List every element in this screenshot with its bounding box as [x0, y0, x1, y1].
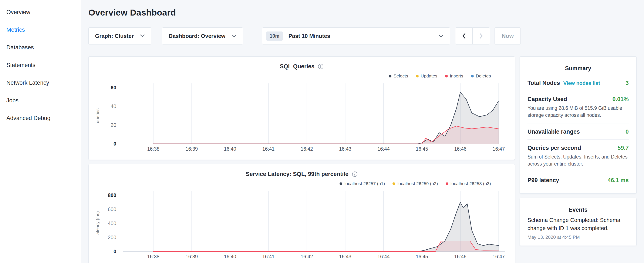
legend-label: Deletes	[476, 73, 491, 79]
event-timestamp: May 13, 2020 at 4:45 PM	[528, 234, 629, 240]
svg-text:800: 800	[108, 192, 116, 198]
right-column: Summary Total Nodes View nodes list 3 Ca…	[520, 56, 636, 250]
dashboard-content: SQL Queries SelectsUpdatesInsertsDeletes…	[88, 56, 644, 263]
svg-text:20: 20	[110, 122, 116, 128]
chevron-down-icon	[438, 35, 444, 38]
summary-value: 0	[626, 129, 629, 135]
summary-value: 46.1 ms	[608, 177, 629, 184]
legend-dot-icon	[340, 182, 342, 185]
charts-column: SQL Queries SelectsUpdatesInsertsDeletes…	[88, 56, 515, 263]
svg-text:16:41: 16:41	[262, 146, 275, 152]
summary-label: Unavailable ranges	[528, 129, 580, 135]
summary-description: You are using 28.6 MiB of 515.9 GiB usab…	[528, 105, 629, 119]
sidebar-item-jobs[interactable]: Jobs	[0, 92, 81, 109]
svg-text:400: 400	[108, 220, 116, 226]
events-title: Events	[528, 207, 629, 213]
sidebar: Overview Metrics Databases Statements Ne…	[0, 0, 81, 263]
svg-text:16:47: 16:47	[492, 146, 505, 152]
summary-label: Total Nodes	[528, 80, 560, 86]
chevron-down-icon	[232, 35, 236, 38]
svg-text:60: 60	[110, 85, 116, 90]
time-window-dropdown[interactable]: 10m Past 10 Minutes	[262, 28, 450, 45]
legend-dot-icon	[392, 182, 395, 185]
summary-value: 3	[626, 80, 629, 86]
svg-text:16:39: 16:39	[186, 254, 198, 259]
info-icon[interactable]	[352, 171, 358, 177]
svg-text:16:38: 16:38	[147, 254, 160, 259]
view-nodes-list-link[interactable]: View nodes list	[564, 80, 600, 86]
svg-text:16:38: 16:38	[147, 146, 160, 152]
svg-text:600: 600	[108, 206, 116, 212]
sidebar-item-databases[interactable]: Databases	[0, 39, 81, 56]
svg-text:16:40: 16:40	[224, 254, 236, 259]
graph-scope-dropdown-label: Graph: Cluster	[95, 33, 134, 39]
events-panel: Events Schema Change Completed: Schema c…	[520, 198, 636, 245]
summary-label: Capacity Used	[528, 96, 567, 103]
svg-text:16:41: 16:41	[262, 254, 275, 259]
summary-value: 59.7	[618, 145, 629, 151]
svg-text:16:45: 16:45	[416, 254, 428, 259]
legend-item[interactable]: Selects	[389, 73, 408, 79]
service-latency-chart: latency (ms) 16:3816:3916:4016:4116:4216…	[89, 188, 515, 263]
svg-text:0: 0	[114, 248, 116, 254]
service-latency-chart-card: Service Latency: SQL, 99th percentile lo…	[88, 164, 515, 263]
legend-dot-icon	[445, 75, 448, 78]
time-forward-button[interactable]	[472, 28, 490, 45]
time-step-buttons	[455, 28, 490, 45]
summary-row-queries-per-second: Queries per second 59.7 Sum of Selects, …	[528, 140, 629, 172]
graph-scope-dropdown[interactable]: Graph: Cluster	[88, 28, 152, 45]
chevron-down-icon	[140, 35, 145, 38]
legend-item[interactable]: Updates	[416, 73, 437, 79]
summary-row-p99-latency: P99 latency 46.1 ms	[528, 172, 629, 188]
sidebar-item-metrics[interactable]: Metrics	[0, 21, 81, 39]
legend-item[interactable]: Inserts	[445, 73, 463, 79]
dashboard-dropdown-label: Dashboard: Overview	[168, 33, 225, 39]
svg-text:16:46: 16:46	[454, 254, 466, 259]
svg-text:16:40: 16:40	[224, 146, 236, 152]
legend-item[interactable]: Deletes	[471, 73, 491, 79]
legend-item[interactable]: localhost:26259 (n2)	[392, 181, 438, 186]
sidebar-item-advanced-debug[interactable]: Advanced Debug	[0, 109, 81, 127]
legend-label: localhost:26257 (n1)	[344, 181, 385, 186]
chevron-left-icon	[462, 33, 466, 39]
legend-label: localhost:26259 (n2)	[397, 181, 438, 186]
svg-text:16:42: 16:42	[301, 146, 313, 152]
summary-description: Sum of Selects, Updates, Inserts, and De…	[528, 153, 629, 168]
svg-text:16:39: 16:39	[186, 146, 198, 152]
sql-queries-chart-card: SQL Queries SelectsUpdatesInsertsDeletes…	[88, 56, 515, 160]
svg-text:16:44: 16:44	[378, 254, 390, 259]
summary-row-capacity-used: Capacity Used 0.01% You are using 28.6 M…	[528, 91, 629, 123]
chart-legend: localhost:26257 (n1)localhost:26259 (n2)…	[89, 180, 515, 187]
legend-label: localhost:26258 (n3)	[450, 181, 491, 186]
legend-item[interactable]: localhost:26257 (n1)	[340, 181, 385, 186]
y-axis-unit-label: latency (ms)	[95, 211, 100, 235]
summary-label: Queries per second	[528, 145, 581, 151]
svg-text:16:46: 16:46	[454, 146, 466, 152]
summary-row-total-nodes: Total Nodes View nodes list 3	[528, 75, 629, 91]
legend-dot-icon	[416, 75, 419, 78]
sidebar-item-network-latency[interactable]: Network Latency	[0, 74, 81, 92]
chevron-right-icon	[480, 33, 483, 39]
svg-text:200: 200	[108, 234, 116, 240]
legend-label: Inserts	[450, 73, 463, 79]
sql-queries-chart: queries 16:3816:3916:4016:4116:4216:4316…	[89, 80, 515, 156]
event-item: Schema Change Completed: Schema change w…	[528, 216, 629, 240]
summary-row-unavailable-ranges: Unavailable ranges 0	[528, 123, 629, 140]
svg-text:16:43: 16:43	[339, 254, 352, 259]
time-back-button[interactable]	[455, 28, 473, 45]
legend-dot-icon	[446, 182, 448, 185]
svg-text:16:47: 16:47	[492, 254, 505, 259]
main-content: Overview Dashboard Graph: Cluster Dashbo…	[81, 0, 644, 263]
legend-label: Updates	[421, 73, 437, 79]
sidebar-item-statements[interactable]: Statements	[0, 56, 81, 74]
now-button[interactable]: Now	[494, 28, 521, 45]
y-axis-unit-label: queries	[95, 109, 100, 123]
info-icon[interactable]	[318, 64, 324, 69]
time-window-badge: 10m	[266, 32, 283, 41]
controls-bar: Graph: Cluster Dashboard: Overview 10m P…	[88, 28, 644, 45]
sidebar-item-overview[interactable]: Overview	[0, 4, 81, 21]
dashboard-dropdown[interactable]: Dashboard: Overview	[162, 28, 243, 45]
legend-item[interactable]: localhost:26258 (n3)	[446, 181, 491, 186]
time-window-label: Past 10 Minutes	[288, 33, 438, 39]
legend-label: Selects	[394, 73, 408, 79]
